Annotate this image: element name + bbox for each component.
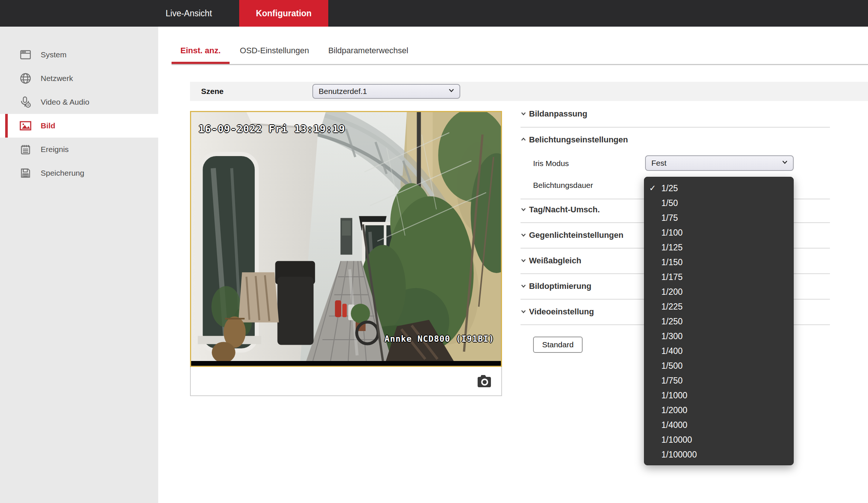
chevron-down-icon (521, 109, 526, 119)
exposure-option[interactable]: 1/10000 (644, 432, 793, 447)
exposure-option[interactable]: 1/150 (644, 255, 793, 270)
exposure-option[interactable]: 1/100000 (644, 447, 793, 462)
camera-config-page: Live-Ansicht Konfiguration System Netzwe… (0, 0, 868, 503)
system-icon (19, 48, 32, 61)
exposure-option[interactable]: 1/175 (644, 270, 793, 284)
top-nav: Live-Ansicht Konfiguration (0, 0, 868, 27)
iris-mode-value: Fest (651, 159, 667, 168)
chevron-up-icon (521, 135, 526, 145)
sidebar-item-image[interactable]: Bild (0, 114, 158, 138)
event-icon (19, 143, 32, 156)
exposure-time-dropdown: ✓ 1/25 1/50 1/75 1/100 1/125 1/150 1/175… (644, 177, 794, 465)
exposure-option[interactable]: 1/1000 (644, 388, 793, 403)
chevron-down-icon (521, 281, 526, 291)
sidebar-item-label: Speicherung (41, 169, 84, 178)
section-day-night-switch[interactable]: Tag/Nacht-Umsch. (521, 204, 600, 216)
iris-mode-select[interactable]: Fest (645, 155, 794, 171)
section-image-enhancement[interactable]: Bildoptimierung (521, 280, 591, 292)
video-audio-icon (19, 96, 32, 108)
chevron-down-icon (521, 205, 526, 215)
sidebar-item-label: Ereignis (41, 145, 69, 154)
exposure-time-label: Belichtungsdauer (533, 179, 593, 191)
section-divider (521, 127, 830, 128)
exposure-option[interactable]: 1/300 (644, 329, 793, 344)
exposure-option[interactable]: 1/250 (644, 314, 793, 329)
sidebar-item-label: Netzwerk (41, 74, 73, 83)
exposure-option[interactable]: 1/100 (644, 225, 793, 240)
camera-preview-image (191, 112, 501, 361)
section-image-adjustment[interactable]: Bildanpassung (521, 108, 587, 120)
network-icon (19, 72, 32, 85)
sidebar: System Netzwerk Video & Audio (0, 27, 158, 503)
sidebar-item-system[interactable]: System (0, 43, 158, 67)
section-white-balance[interactable]: Weißabgleich (521, 255, 581, 267)
video-letterbox (191, 361, 501, 366)
image-icon (19, 119, 32, 132)
camera-preview-frame: 16-09-2022 Fri 13:19:19 Annke NCD800 (I9… (190, 111, 502, 367)
chevron-down-icon (448, 87, 455, 96)
osd-timestamp: 16-09-2022 Fri 13:19:19 (199, 123, 345, 135)
camera-icon[interactable] (475, 374, 493, 389)
tab-display-settings[interactable]: Einst. anz. (172, 37, 230, 64)
exposure-option[interactable]: 1/4000 (644, 418, 793, 432)
sidebar-item-video-audio[interactable]: Video & Audio (0, 90, 158, 114)
standard-button[interactable]: Standard (533, 337, 583, 353)
sidebar-item-storage[interactable]: Speicherung (0, 161, 158, 185)
exposure-option[interactable]: 1/400 (644, 344, 793, 358)
settings-tabbar: Einst. anz. OSD-Einstellungen Bildparame… (172, 37, 417, 64)
sidebar-item-network[interactable]: Netzwerk (0, 67, 158, 90)
scene-select[interactable]: Benutzerdef.1 (312, 84, 460, 99)
chevron-down-icon (521, 230, 526, 240)
scene-select-value: Benutzerdef.1 (319, 87, 367, 96)
iris-mode-label: Iris Modus (533, 158, 569, 169)
exposure-option[interactable]: 1/125 (644, 240, 793, 255)
exposure-option[interactable]: 1/225 (644, 299, 793, 314)
sidebar-item-event[interactable]: Ereignis (0, 138, 158, 161)
exposure-option[interactable]: 1/2000 (644, 403, 793, 418)
chevron-down-icon (521, 256, 526, 266)
camera-preview-panel: 16-09-2022 Fri 13:19:19 Annke NCD800 (I9… (190, 111, 502, 396)
osd-camera-name: Annke NCD800 (I91BI) (384, 334, 494, 344)
storage-icon (19, 167, 32, 179)
tab-osd-settings[interactable]: OSD-Einstellungen (231, 37, 318, 64)
scene-bar: Szene Benutzerdef.1 (190, 82, 868, 101)
exposure-option[interactable]: 1/500 (644, 358, 793, 373)
exposure-option[interactable]: 1/50 (644, 196, 793, 210)
sidebar-item-label: Bild (41, 121, 55, 130)
nav-tab-configuration[interactable]: Konfiguration (239, 0, 328, 27)
section-video-adjustment[interactable]: Videoeinstellung (521, 306, 594, 318)
sidebar-item-label: Video & Audio (41, 98, 89, 107)
exposure-option[interactable]: 1/750 (644, 373, 793, 388)
exposure-option[interactable]: 1/75 (644, 210, 793, 225)
scene-label: Szene (201, 82, 224, 101)
snapshot-toolbar (191, 367, 501, 395)
tab-image-parameter-switch[interactable]: Bildparameterwechsel (319, 37, 417, 64)
tabbar-divider (172, 64, 868, 65)
nav-tab-live-view[interactable]: Live-Ansicht (166, 0, 212, 27)
sidebar-item-label: System (41, 50, 67, 59)
check-icon: ✓ (649, 183, 656, 193)
section-exposure-settings[interactable]: Belichtungseinstellungen (521, 134, 628, 146)
chevron-down-icon (521, 307, 526, 317)
exposure-option[interactable]: 1/200 (644, 284, 793, 299)
chevron-down-icon (781, 159, 789, 168)
exposure-option[interactable]: ✓ 1/25 (644, 181, 793, 196)
section-backlight-settings[interactable]: Gegenlichteinstellungen (521, 229, 623, 241)
